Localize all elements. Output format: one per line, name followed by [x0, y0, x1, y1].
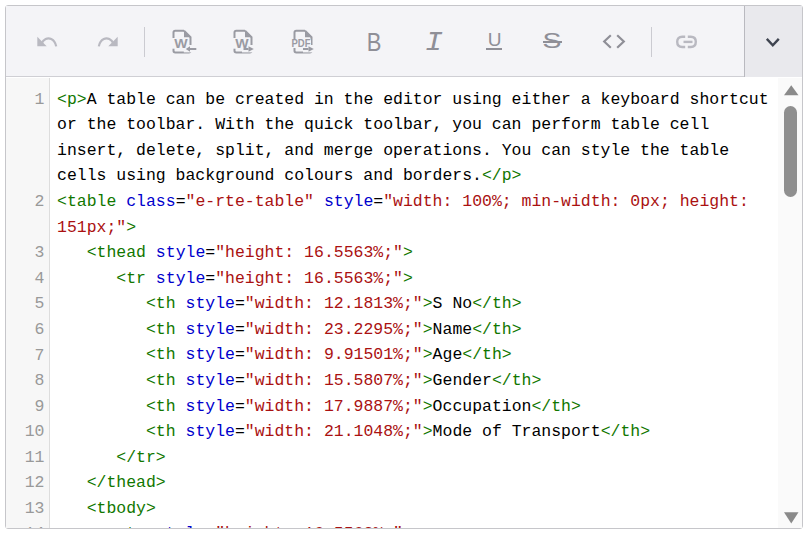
svg-text:W: W: [174, 37, 188, 51]
svg-text:PDF: PDF: [292, 38, 311, 49]
